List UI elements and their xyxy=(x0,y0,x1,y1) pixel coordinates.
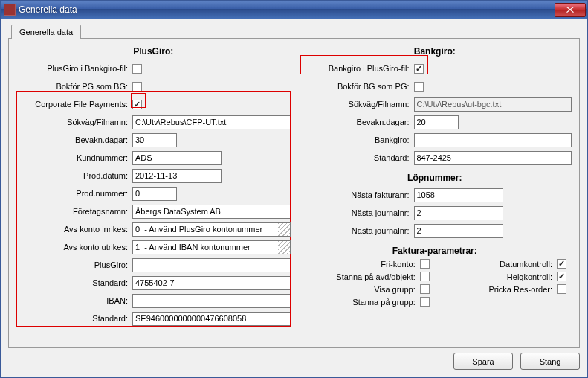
ln-faktura-input[interactable] xyxy=(414,188,503,202)
bg-standard-input[interactable] xyxy=(414,151,572,165)
bankgiro-title: Bankgiro: xyxy=(298,46,572,57)
pg-bevdagar-input[interactable] xyxy=(132,133,177,147)
close-icon xyxy=(566,7,574,13)
bg-in-pg-label: Bankgiro i PlusGiro-fil: xyxy=(298,64,414,73)
pg-avs-ut-select[interactable] xyxy=(132,240,291,254)
pg-foretag-input[interactable] xyxy=(132,205,291,219)
fp-stannagrupp-label: Stanna på grupp: xyxy=(298,298,420,307)
bg-sokvag-input xyxy=(414,97,572,112)
pg-iban-label: IBAN: xyxy=(16,296,132,305)
window-title: Generella data xyxy=(19,4,77,15)
bankgiro-column: Bankgiro: Bankgiro i PlusGiro-fil: Bokfö… xyxy=(298,46,572,343)
bg-sokvag-label: Sökväg/Filnamn: xyxy=(298,100,414,109)
pg-proddatum-label: Prod.datum: xyxy=(16,171,132,180)
pg-sokvag-label: Sökväg/Filnamn: xyxy=(16,118,132,126)
pg-avs-in-wrap xyxy=(132,222,291,237)
app-icon xyxy=(4,4,16,16)
ln-journal1-label: Nästa journalnr: xyxy=(298,208,414,217)
window: Generella data Generella data PlusGiro: … xyxy=(0,0,588,378)
bg-bevdagar-input[interactable] xyxy=(414,115,459,129)
bg-in-pg-checkbox[interactable] xyxy=(414,64,424,74)
fp-frikonto-checkbox[interactable] xyxy=(420,259,430,269)
plusgiro-title: PlusGiro: xyxy=(16,46,291,57)
fp-datum-checkbox[interactable] xyxy=(557,259,566,269)
pg-standard2-input[interactable] xyxy=(132,312,291,326)
pg-standard-input[interactable] xyxy=(132,276,291,290)
close-button-bottom[interactable]: Stäng xyxy=(520,353,580,370)
pg-prodnummer-label: Prod.nummer: xyxy=(16,189,132,198)
bg-standard-label: Standard: xyxy=(298,153,414,162)
pg-plusgiro-input[interactable] xyxy=(132,258,291,272)
fp-pricka-label: Pricka Res-order: xyxy=(435,285,557,294)
bokfor-pg-label: Bokför PG som BG: xyxy=(16,82,132,91)
group-box: PlusGiro: PlusGiro i Bankgiro-fil: Bokfö… xyxy=(8,38,580,348)
pg-in-bg-checkbox[interactable] xyxy=(132,64,142,74)
ln-journal1-input[interactable] xyxy=(414,206,503,220)
faktparam-title: Faktura-parametrar: xyxy=(298,246,572,256)
pg-in-bg-label: PlusGiro i Bankgiro-fil: xyxy=(16,64,132,73)
pg-avs-ut-label: Avs konto utrikes: xyxy=(16,243,132,252)
ln-journal2-label: Nästa journalnr: xyxy=(298,226,414,235)
pg-avs-in-select[interactable] xyxy=(132,222,291,237)
pg-foretag-label: Företagsnamn: xyxy=(16,207,132,216)
pg-kund-label: Kundnummer: xyxy=(16,153,132,162)
pg-standard2-label: Standard: xyxy=(16,314,132,323)
cfp-checkbox[interactable] xyxy=(132,100,142,109)
pg-kund-input[interactable] xyxy=(132,151,222,165)
pg-bevdagar-label: Bevakn.dagar: xyxy=(16,135,132,144)
faktparam-grid: Fri-konto: Datumkontroll: Stanna på avd/… xyxy=(298,259,572,307)
fp-visagrupp-checkbox[interactable] xyxy=(420,284,430,294)
fp-frikonto-label: Fri-konto: xyxy=(298,260,420,269)
lopnummer-title: Löpnummer: xyxy=(298,173,572,183)
pg-prodnummer-input[interactable] xyxy=(132,187,177,201)
bokfor-bg-label: Bokför BG som PG: xyxy=(298,82,414,91)
client-area: Generella data PlusGiro: PlusGiro i Bank… xyxy=(1,19,587,377)
plusgiro-column: PlusGiro: PlusGiro i Bankgiro-fil: Bokfö… xyxy=(16,46,291,343)
bokfor-bg-checkbox[interactable] xyxy=(414,82,424,92)
pg-sokvag-input[interactable] xyxy=(132,115,291,129)
pg-proddatum-input[interactable] xyxy=(132,169,222,183)
bg-bankgiro-label: Bankgiro: xyxy=(298,135,414,144)
fp-datum-label: Datumkontroll: xyxy=(435,260,557,269)
ln-faktura-label: Nästa fakturanr: xyxy=(298,190,414,199)
pg-iban-input[interactable] xyxy=(132,294,291,308)
button-bar: Spara Stäng xyxy=(8,348,580,370)
fp-visagrupp-label: Visa grupp: xyxy=(298,285,420,294)
fp-stannaavd-checkbox[interactable] xyxy=(420,272,430,281)
fp-stannaavd-label: Stanna på avd/objekt: xyxy=(298,272,420,281)
tab-generella-data[interactable]: Generella data xyxy=(11,25,81,39)
pg-plusgiro-label: PlusGiro: xyxy=(16,260,132,269)
bg-bevdagar-label: Bevakn.dagar: xyxy=(298,118,414,126)
fp-helg-label: Helgkontroll: xyxy=(435,272,557,281)
titlebar: Generella data xyxy=(1,1,587,19)
pg-avs-ut-wrap xyxy=(132,240,291,254)
bokfor-pg-checkbox[interactable] xyxy=(132,82,142,92)
fp-pricka-checkbox[interactable] xyxy=(557,284,566,294)
save-button[interactable]: Spara xyxy=(453,353,513,370)
tab-strip: Generella data xyxy=(8,25,580,38)
fp-helg-checkbox[interactable] xyxy=(557,272,566,281)
ln-journal2-input[interactable] xyxy=(414,224,503,238)
pg-standard-label: Standard: xyxy=(16,278,132,287)
fp-stannagrupp-checkbox[interactable] xyxy=(420,297,430,307)
pg-avs-in-label: Avs konto inrikes: xyxy=(16,225,132,234)
cfp-label: Corporate File Payments: xyxy=(16,100,132,109)
close-button[interactable] xyxy=(555,3,586,17)
bg-bankgiro-input[interactable] xyxy=(414,133,572,147)
